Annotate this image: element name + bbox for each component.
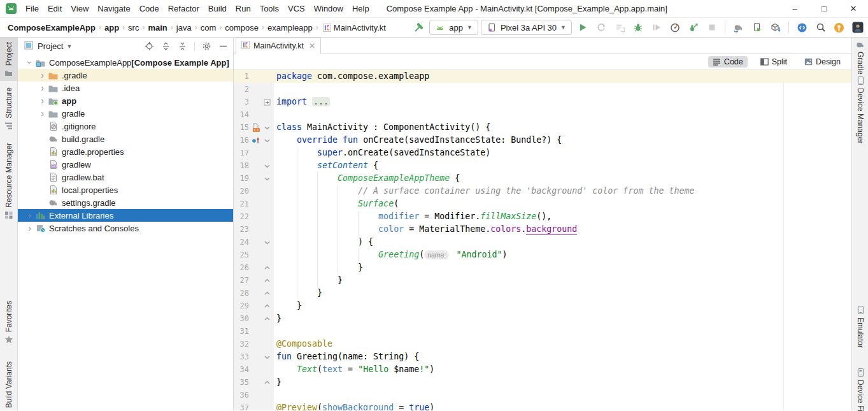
- code-line-26[interactable]: 26 }: [234, 261, 851, 274]
- debug-restart-button[interactable]: [685, 20, 701, 34]
- code-line-37[interactable]: 37@Preview(showBackground = true): [234, 401, 851, 410]
- code-line-17[interactable]: 17 super.onCreate(savedInstanceState): [234, 147, 851, 159]
- fold-end-icon[interactable]: [264, 303, 271, 310]
- gutter-manifest[interactable]: [249, 123, 262, 133]
- sidebar-item-structure[interactable]: Structure: [0, 87, 17, 130]
- code-line-14[interactable]: 14: [234, 108, 851, 121]
- tree-chevron-icon[interactable]: ›: [24, 224, 35, 233]
- run-configuration-select[interactable]: app▼: [429, 20, 478, 35]
- fold-marker[interactable]: [262, 239, 272, 246]
- menu-code[interactable]: Code: [135, 4, 164, 13]
- fold-open-icon[interactable]: [264, 354, 271, 361]
- fold-marker[interactable]: [262, 354, 272, 361]
- code-line-18[interactable]: 18 setContent {: [234, 159, 851, 172]
- close-tab-icon[interactable]: ✕: [309, 41, 315, 50]
- fold-open-icon[interactable]: [264, 137, 271, 144]
- update-button[interactable]: [831, 20, 847, 34]
- tree-item--idea[interactable]: ›.idea: [18, 82, 233, 94]
- device-manager-button[interactable]: [749, 20, 765, 34]
- sidebar-item-emulator[interactable]: Emulator: [852, 305, 868, 348]
- fold-plus-icon[interactable]: [264, 99, 271, 106]
- code-line-22[interactable]: 22 modifier = Modifier.fillMaxSize(),: [234, 210, 851, 223]
- locate-icon[interactable]: [145, 41, 154, 51]
- close-button[interactable]: ✕: [839, 0, 868, 18]
- tree-item-local-properties[interactable]: local.properties: [18, 184, 233, 196]
- fold-end-icon[interactable]: [264, 277, 271, 284]
- menu-view[interactable]: View: [66, 4, 93, 13]
- tree-item--gitignore[interactable]: .gitignore: [18, 120, 233, 133]
- fold-marker[interactable]: [262, 290, 272, 297]
- code-line-25[interactable]: 25 Greeting(name: "Android"): [234, 249, 851, 261]
- sidebar-item-resource-manager[interactable]: Resource Manager: [0, 143, 17, 219]
- profiler-button[interactable]: [667, 20, 683, 34]
- breadcrumb-compose[interactable]: compose: [225, 23, 259, 32]
- debug-button[interactable]: [630, 20, 646, 34]
- view-mode-code[interactable]: Code: [708, 56, 748, 68]
- menu-edit[interactable]: Edit: [43, 4, 66, 13]
- code-line-2[interactable]: 2: [234, 83, 851, 96]
- rerun-button[interactable]: [593, 20, 609, 34]
- code-line-24[interactable]: 24 ) {: [234, 236, 851, 249]
- code-line-27[interactable]: 27 }: [234, 274, 851, 287]
- fold-marker[interactable]: [262, 277, 272, 284]
- sidebar-item-device-manager[interactable]: Device Manager: [852, 76, 868, 143]
- menu-tools[interactable]: Tools: [255, 4, 283, 13]
- tree-chevron-icon[interactable]: ›: [37, 96, 48, 105]
- menu-file[interactable]: File: [21, 4, 43, 13]
- stop-button[interactable]: [704, 20, 720, 34]
- attach-button[interactable]: [648, 20, 664, 34]
- editor-tab-mainactivity[interactable]: MainActivity.kt ✕: [236, 38, 321, 54]
- hide-icon[interactable]: [218, 41, 228, 51]
- fold-marker[interactable]: [262, 303, 272, 310]
- tree-chevron-icon[interactable]: ›: [25, 57, 34, 68]
- maximize-button[interactable]: □: [809, 0, 839, 18]
- breadcrumb-src[interactable]: src: [128, 23, 139, 32]
- sdk-manager-button[interactable]: [767, 20, 783, 34]
- code-line-36[interactable]: 36: [234, 389, 851, 401]
- minimize-button[interactable]: –: [780, 0, 809, 18]
- view-mode-split[interactable]: Split: [756, 56, 792, 68]
- fold-marker[interactable]: [262, 175, 272, 182]
- code-line-28[interactable]: 28 }: [234, 287, 851, 299]
- code-line-21[interactable]: 21 Surface(: [234, 198, 851, 210]
- fold-marker[interactable]: [262, 99, 272, 106]
- fold-end-icon[interactable]: [264, 264, 271, 271]
- device-select[interactable]: Pixel 3a API 30▼: [481, 20, 572, 35]
- tree-item-gradle[interactable]: ›gradle: [18, 107, 233, 120]
- view-mode-design[interactable]: Design: [800, 56, 845, 68]
- fold-end-icon[interactable]: [264, 315, 271, 322]
- fold-end-icon[interactable]: [264, 290, 271, 297]
- sidebar-item-gradle[interactable]: Gradle: [852, 40, 868, 75]
- chevron-down-icon[interactable]: ▼: [66, 43, 72, 50]
- code-line-3[interactable]: 3import ...: [234, 96, 851, 108]
- fold-marker[interactable]: [262, 162, 272, 169]
- tree-item-gradlew[interactable]: C++gradlew: [18, 158, 233, 171]
- manifest-gutter-icon[interactable]: [251, 123, 260, 133]
- code-line-19[interactable]: 19 ComposeExampleAppTheme {: [234, 172, 851, 185]
- tree-chevron-icon[interactable]: ›: [37, 83, 48, 92]
- avatar-button[interactable]: [850, 20, 865, 34]
- code-line-29[interactable]: 29 }: [234, 299, 851, 312]
- code-line-30[interactable]: 30}: [234, 312, 851, 325]
- breadcrumb-mainactivity.kt[interactable]: MainActivity.kt: [334, 23, 386, 32]
- code-line-1[interactable]: 1package com.compose.exampleapp: [234, 70, 851, 83]
- tree-chevron-icon[interactable]: ›: [37, 71, 48, 80]
- fold-open-icon[interactable]: [264, 239, 271, 246]
- tree-item-gradle-properties[interactable]: gradle.properties: [18, 145, 233, 158]
- expand-all-icon[interactable]: [161, 41, 171, 51]
- tree-item-build-gradle[interactable]: build.gradle: [18, 133, 233, 145]
- tree-item-settings-gradle[interactable]: settings.gradle: [18, 196, 233, 209]
- sidebar-item-favorites[interactable]: Favorites: [0, 301, 17, 344]
- fold-marker[interactable]: [262, 124, 272, 131]
- code-editor[interactable]: 1package com.compose.exampleapp23import …: [234, 70, 851, 410]
- gradle-sync-button[interactable]: [730, 20, 746, 34]
- code-line-15[interactable]: 15class MainActivity : ComponentActivity…: [234, 121, 851, 134]
- menu-window[interactable]: Window: [309, 4, 348, 13]
- tree-item-external-libraries[interactable]: ›External Libraries: [18, 209, 233, 222]
- run-button[interactable]: [574, 20, 590, 34]
- tree-chevron-icon[interactable]: ›: [24, 211, 35, 220]
- menu-refactor[interactable]: Refactor: [164, 4, 204, 13]
- breadcrumb-java[interactable]: java: [176, 23, 192, 32]
- code-line-32[interactable]: 32@Composable: [234, 338, 851, 350]
- menu-vcs[interactable]: VCS: [283, 4, 309, 13]
